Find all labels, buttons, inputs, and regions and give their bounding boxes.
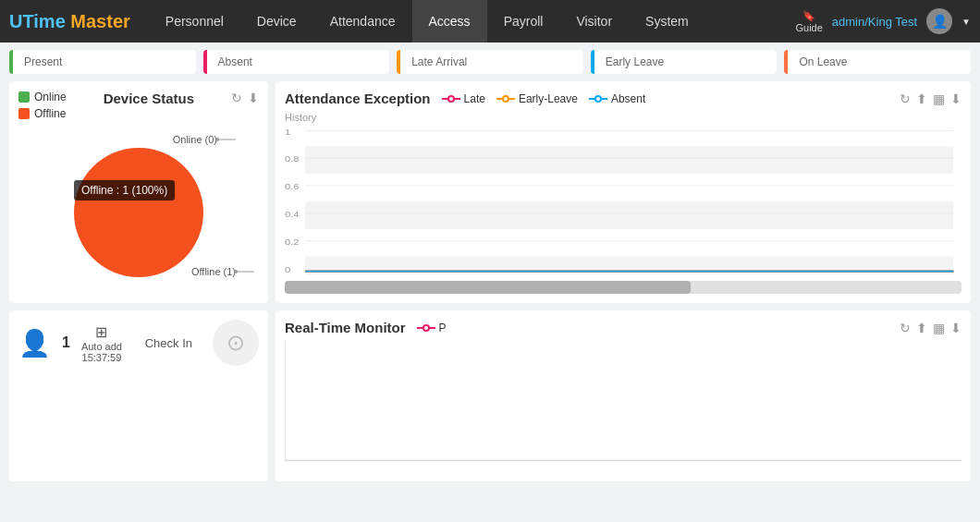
user-info[interactable]: admin/King Test xyxy=(832,15,917,29)
online-label: Online (0) xyxy=(173,134,240,145)
device-status-title: Device Status xyxy=(104,91,194,106)
nav-links: Personnel Device Attendance Access Payro… xyxy=(149,0,796,42)
refresh-icon[interactable]: ↻ xyxy=(231,91,242,105)
attendance-exception-panel: Attendance Exception Late Ea xyxy=(276,81,971,303)
realtime-panel-actions: ↻ ⬆ ▦ ⬇ xyxy=(900,321,962,335)
charts-row: Online Offline Device Status ↻ ⬇ xyxy=(9,81,971,303)
nav-item-visitor[interactable]: Visitor xyxy=(559,0,629,42)
app-logo[interactable]: UTime Master xyxy=(9,11,130,32)
status-card-early-leave[interactable]: Early Leave xyxy=(591,50,778,74)
status-card-on-leave-label: On Leave xyxy=(799,55,847,68)
att-legend-late-label: Late xyxy=(464,92,485,105)
offline-label: Offline (1) xyxy=(191,266,259,277)
guide-icon: 🔖 xyxy=(802,10,815,22)
status-card-early-leave-label: Early Leave xyxy=(606,55,664,68)
realtime-chart-area xyxy=(285,341,962,470)
status-card-late[interactable]: Late Arrival xyxy=(397,50,583,74)
svg-text:0.8: 0.8 xyxy=(285,154,300,164)
pie-chart-svg xyxy=(46,129,231,277)
svg-text:0.2: 0.2 xyxy=(285,237,300,247)
legend-dot-offline xyxy=(18,108,30,119)
svg-text:0.4: 0.4 xyxy=(285,210,300,219)
guide-label: Guide xyxy=(795,22,822,33)
svg-rect-10 xyxy=(305,146,953,174)
legend-offline-label: Offline xyxy=(34,107,66,120)
svg-point-3 xyxy=(234,270,238,273)
realtime-legend: P xyxy=(417,322,447,334)
status-card-absent[interactable]: Absent xyxy=(203,50,390,74)
user-avatar-icon: 👤 xyxy=(932,14,948,29)
pie-tooltip: Offline : 1 (100%) xyxy=(74,180,175,200)
status-card-present[interactable]: Present xyxy=(9,50,196,74)
realtime-chart-svg xyxy=(285,341,962,470)
status-card-present-label: Present xyxy=(24,55,62,68)
guide-button[interactable]: 🔖 Guide xyxy=(795,10,822,33)
realtime-upload-icon[interactable]: ⬆ xyxy=(916,321,927,335)
legend-dot-online xyxy=(18,91,30,103)
nav-right: 🔖 Guide admin/King Test 👤 ▼ xyxy=(795,8,971,34)
logo-time: Time xyxy=(22,11,70,31)
attendance-exception-title: Attendance Exception xyxy=(285,91,431,106)
legend-online: Online xyxy=(18,91,67,103)
bottom-row: 👤 1 ⊞ Auto add 15:37:59 Check In ⊙ Real-… xyxy=(9,310,971,481)
download-icon[interactable]: ⬇ xyxy=(248,91,259,105)
att-download-icon[interactable]: ⬇ xyxy=(950,91,962,106)
nav-item-payroll[interactable]: Payroll xyxy=(487,0,560,42)
user-avatar[interactable]: 👤 xyxy=(926,8,952,34)
checkin-label: Check In xyxy=(145,336,192,350)
checkin-panel: 👤 1 ⊞ Auto add 15:37:59 Check In ⊙ xyxy=(9,310,268,481)
svg-text:1: 1 xyxy=(285,127,290,136)
top-navigation: UTime Master Personnel Device Attendance… xyxy=(0,0,980,42)
svg-point-1 xyxy=(215,138,219,141)
svg-text:0.6: 0.6 xyxy=(285,182,300,191)
nav-item-device[interactable]: Device xyxy=(240,0,313,42)
realtime-chart-icon[interactable]: ▦ xyxy=(933,321,945,335)
device-status-panel: Online Offline Device Status ↻ ⬇ xyxy=(9,81,268,303)
status-cards-row: Present Absent Late Arrival Early Leave … xyxy=(0,42,980,81)
checkin-top-row: 👤 1 ⊞ Auto add 15:37:59 Check In ⊙ xyxy=(18,320,259,366)
pie-chart-container: Offline : 1 (100%) Online (0) Offline (1… xyxy=(46,129,231,277)
legend-online-label: Online xyxy=(34,91,67,103)
att-legend-early-leave: Early-Leave xyxy=(496,92,578,105)
pie-offline-segment xyxy=(74,148,203,277)
realtime-download-icon[interactable]: ⬇ xyxy=(950,321,962,335)
auto-add-section: ⊞ Auto add 15:37:59 xyxy=(81,323,122,363)
att-panel-actions: ↻ ⬆ ▦ ⬇ xyxy=(900,91,962,106)
att-legend-absent: Absent xyxy=(589,92,645,105)
att-legend-early-leave-label: Early-Leave xyxy=(519,92,578,105)
user-dropdown-arrow[interactable]: ▼ xyxy=(962,17,971,27)
logo-master: Master xyxy=(70,11,129,31)
nav-item-personnel[interactable]: Personnel xyxy=(149,0,240,42)
att-upload-icon[interactable]: ⬆ xyxy=(916,91,927,106)
person-count: 1 xyxy=(62,334,70,351)
status-card-late-label: Late Arrival xyxy=(411,55,467,68)
realtime-title: Real-Time Monitor xyxy=(285,320,406,335)
attendance-legend: Late Early-Leave Absent xyxy=(442,92,646,105)
chart-scroll-thumb[interactable] xyxy=(285,281,691,294)
realtime-legend-p-label: P xyxy=(439,322,447,334)
realtime-refresh-icon[interactable]: ↻ xyxy=(900,321,911,335)
attendance-chart-area: 1 0.8 0.6 0.4 0.2 0 xyxy=(285,125,962,277)
auto-add-icon: ⊞ xyxy=(95,323,107,341)
nav-item-access[interactable]: Access xyxy=(412,0,487,42)
device-panel-actions: ↻ ⬇ xyxy=(231,91,259,105)
legend-offline: Offline xyxy=(18,107,67,120)
att-legend-late: Late xyxy=(442,92,485,105)
att-legend-absent-label: Absent xyxy=(611,92,645,105)
realtime-monitor-panel: Real-Time Monitor P ↻ ⬆ ▦ ⬇ xyxy=(276,310,971,481)
svg-rect-11 xyxy=(305,201,953,229)
chart-scrollbar[interactable] xyxy=(285,281,962,294)
nav-item-system[interactable]: System xyxy=(629,0,705,42)
att-chart-icon[interactable]: ▦ xyxy=(933,91,945,106)
attendance-chart-svg: 1 0.8 0.6 0.4 0.2 0 xyxy=(285,125,962,277)
auto-add-time: 15:37:59 xyxy=(82,352,122,363)
svg-text:0: 0 xyxy=(285,264,290,273)
nav-item-attendance[interactable]: Attendance xyxy=(313,0,412,42)
status-card-on-leave[interactable]: On Leave xyxy=(784,50,971,74)
att-refresh-icon[interactable]: ↻ xyxy=(900,91,911,106)
auto-add-label: Auto add xyxy=(81,341,122,352)
att-history-label: History xyxy=(285,112,962,123)
camera-glyph: ⊙ xyxy=(227,330,245,356)
camera-icon[interactable]: ⊙ xyxy=(213,320,259,366)
device-legend: Online Offline xyxy=(18,91,67,120)
